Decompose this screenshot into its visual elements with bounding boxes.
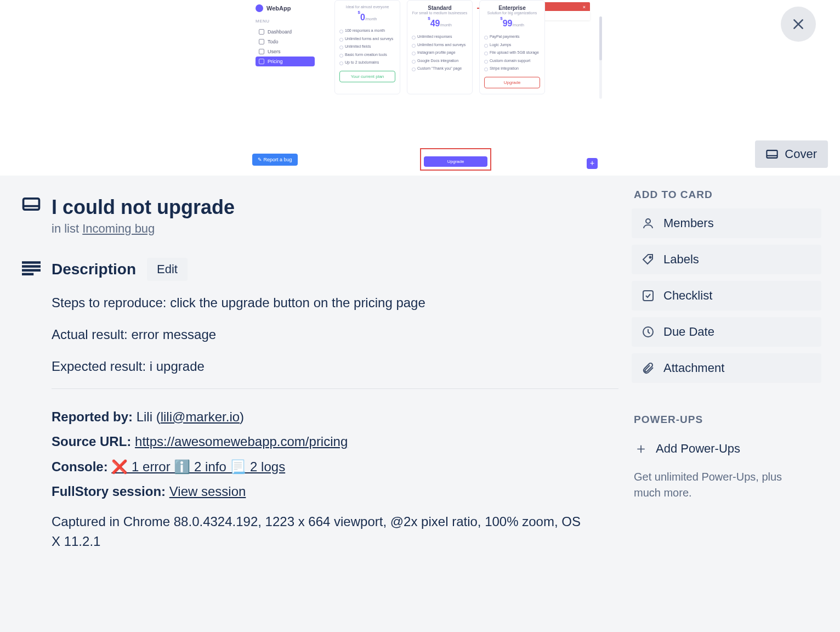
- due-date-label: Due Date: [663, 325, 714, 339]
- cover-error-close-icon: ×: [583, 4, 586, 10]
- description-content[interactable]: Steps to reproduce: click the upgrade bu…: [52, 293, 618, 376]
- cover-screenshot: WebApp MENU Dashboard Todo Users Pricing…: [252, 0, 603, 176]
- description-heading: Description: [52, 261, 136, 278]
- reporter-email-link[interactable]: lili@marker.io: [161, 409, 240, 424]
- members-icon: [642, 217, 655, 230]
- attachment-label: Attachment: [663, 361, 724, 375]
- powerups-note: Get unlimited Power-Ups, plus much more.: [634, 469, 798, 501]
- cover-nav-todo: Todo: [256, 37, 315, 47]
- attachment-button[interactable]: Attachment: [632, 353, 821, 383]
- svg-rect-9: [22, 273, 33, 275]
- members-button[interactable]: Members: [632, 208, 821, 238]
- cover-nav-pricing: Pricing: [256, 57, 315, 66]
- cover-plan-enterprise: Enterprise Solution for big organization…: [479, 0, 545, 94]
- svg-rect-8: [22, 269, 41, 272]
- due-date-button[interactable]: Due Date: [632, 317, 821, 347]
- meta-reported-by: Reported by: Lili (lili@marker.io): [52, 404, 618, 430]
- cover-report-bug-button: Report a bug: [252, 154, 298, 166]
- edit-description-button[interactable]: Edit: [147, 258, 188, 281]
- close-icon: [791, 17, 805, 31]
- desc-expected: Expected result: i upgrade: [52, 357, 618, 376]
- cover-button[interactable]: Cover: [755, 140, 828, 168]
- clock-icon: [642, 325, 655, 338]
- svg-rect-7: [22, 265, 41, 268]
- svg-rect-4: [24, 199, 39, 210]
- cover-app-logo: WebApp: [256, 4, 315, 12]
- description-icon: [22, 261, 41, 278]
- svg-point-10: [646, 219, 650, 223]
- svg-point-11: [650, 257, 651, 258]
- cover-screenshot-sidebar: WebApp MENU Dashboard Todo Users Pricing: [252, 0, 318, 71]
- cover-app-name: WebApp: [266, 5, 291, 12]
- cover-nav-users: Users: [256, 47, 315, 57]
- labels-button[interactable]: Labels: [632, 245, 821, 274]
- desc-actual: Actual result: error message: [52, 325, 618, 345]
- checklist-label: Checklist: [663, 289, 712, 303]
- meta-fullstory: FullStory session: View session: [52, 479, 618, 504]
- powerups-heading: POWER-UPS: [634, 414, 821, 426]
- cover-icon: [766, 149, 778, 159]
- card-cover: WebApp MENU Dashboard Todo Users Pricing…: [0, 0, 840, 176]
- close-button[interactable]: [781, 7, 816, 42]
- cover-fab-icon: +: [587, 158, 598, 169]
- meta-source-url: Source URL: https://awesomewebapp.com/pr…: [52, 429, 618, 454]
- add-powerups-label: Add Power-Ups: [656, 442, 740, 456]
- members-label: Members: [663, 216, 714, 230]
- divider: [52, 388, 618, 389]
- checklist-icon: [642, 289, 655, 302]
- cover-button-label: Cover: [785, 147, 817, 161]
- card-title[interactable]: I could not upgrade: [52, 196, 235, 218]
- svg-rect-6: [22, 261, 41, 264]
- cover-plan-standard: Standard For small to medium businesses …: [407, 0, 473, 94]
- bug-meta: Reported by: Lili (lili@marker.io) Sourc…: [52, 404, 618, 504]
- add-powerups-button[interactable]: ＋ Add Power-Ups: [632, 433, 821, 464]
- card-icon: [22, 196, 41, 214]
- labels-label: Labels: [663, 252, 699, 267]
- svg-rect-2: [767, 150, 777, 158]
- svg-rect-12: [643, 291, 653, 301]
- fullstory-link[interactable]: View session: [169, 484, 246, 499]
- card-list-location: in list Incoming bug: [52, 222, 618, 236]
- cover-pricing-area: Error× Could not upgrade plan. Ideal for…: [329, 0, 603, 176]
- labels-icon: [642, 253, 655, 266]
- console-link[interactable]: ❌ 1 error ℹ️ 2 info 📃 2 logs: [111, 459, 285, 474]
- list-name-link[interactable]: Incoming bug: [82, 222, 155, 235]
- checklist-button[interactable]: Checklist: [632, 281, 821, 311]
- cover-plan-basic: Ideal for almost everyone $0/month 100 r…: [334, 0, 400, 94]
- meta-capture-env: Captured in Chrome 88.0.4324.192, 1223 x…: [52, 512, 589, 551]
- cover-menu-label: MENU: [256, 19, 315, 24]
- attachment-icon: [642, 362, 655, 375]
- source-url-link[interactable]: https://awesomewebapp.com/pricing: [135, 434, 348, 449]
- cover-annotation-box: Upgrade: [420, 148, 491, 171]
- meta-console: Console: ❌ 1 error ℹ️ 2 info 📃 2 logs: [52, 454, 618, 479]
- cover-nav-dashboard: Dashboard: [256, 27, 315, 37]
- plus-icon: ＋: [634, 439, 647, 458]
- desc-steps: Steps to reproduce: click the upgrade bu…: [52, 293, 618, 313]
- add-to-card-heading: ADD TO CARD: [634, 189, 821, 201]
- cover-logo-icon: [256, 4, 263, 12]
